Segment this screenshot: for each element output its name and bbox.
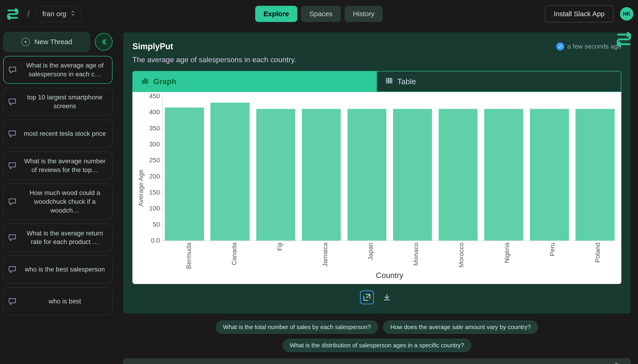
thread-label: most recent tesla stock price: [22, 129, 108, 138]
thread-item[interactable]: most recent tesla stock price: [3, 120, 113, 148]
thread-item[interactable]: What is the average age of salespersons …: [3, 56, 113, 84]
thread-label: top 10 largest smartphone screens: [22, 93, 108, 110]
chart-xlabel: Country: [163, 271, 617, 280]
chat-icon: [8, 297, 17, 306]
svg-rect-3: [386, 78, 392, 83]
chart-ytick: 100: [143, 205, 160, 212]
chart-bar: [484, 109, 523, 240]
chat-icon: [8, 97, 17, 106]
org-label: fran org: [42, 10, 66, 18]
thread-label: who is the best salesperson: [22, 265, 108, 274]
chart-bar: [575, 109, 614, 240]
nav-spaces[interactable]: Spaces: [301, 6, 341, 22]
chart-ytick: 300: [143, 140, 160, 148]
chat-icon: [8, 233, 17, 242]
thread-item[interactable]: who is best: [3, 288, 113, 315]
thread-label: What is the average age of salespersons …: [22, 61, 108, 79]
thread-item[interactable]: top 10 largest smartphone screens: [3, 88, 113, 116]
chat-icon: [8, 197, 17, 206]
download-button[interactable]: [380, 290, 394, 304]
chart-xtick: Peru: [550, 229, 557, 242]
new-thread-label: New Thread: [35, 38, 72, 46]
tab-table[interactable]: Table: [377, 72, 621, 92]
chart-bar: [439, 109, 478, 240]
suggestion-chip[interactable]: What is the total number of sales by eac…: [216, 320, 378, 334]
thread-label: What is the average return rate for each…: [22, 229, 108, 246]
chart-xtick: Morocco: [459, 218, 466, 242]
chart-ytick: 350: [143, 125, 160, 132]
send-icon[interactable]: [615, 362, 623, 364]
thread-item[interactable]: How much wood could a woodchuck chuck if…: [3, 184, 113, 220]
org-selector[interactable]: fran org: [36, 6, 81, 22]
install-slack-button[interactable]: Install Slack App: [545, 5, 613, 22]
result-title: SimplyPut: [132, 42, 173, 51]
result-description: The average age of salespersons in each …: [132, 56, 621, 64]
chart-bar: [393, 109, 432, 240]
chart-xtick: Canada: [232, 220, 239, 242]
new-thread-button[interactable]: + New Thread: [3, 32, 90, 52]
table-icon: [386, 77, 393, 86]
tab-table-label: Table: [397, 77, 416, 86]
chart-xtick: Bermuda: [187, 216, 194, 242]
chart-xtick: Japan: [368, 225, 376, 242]
sidebar-collapse-button[interactable]: [95, 33, 113, 51]
result-timestamp: a few seconds ago: [567, 43, 621, 50]
chart-bar: [165, 108, 204, 240]
refresh-icon[interactable]: [616, 31, 632, 48]
chart-ytick: 50: [143, 221, 160, 228]
avatar[interactable]: HK: [620, 7, 633, 20]
verified-icon: ✓: [556, 42, 564, 50]
chart-xtick: Jamaica: [323, 218, 330, 242]
chevron-updown-icon: [71, 10, 75, 17]
chart-bar: [256, 109, 295, 240]
chart-bar: [210, 103, 249, 240]
chart-ytick: 400: [143, 108, 160, 116]
tab-graph[interactable]: Graph: [133, 72, 377, 92]
svg-rect-0: [142, 80, 144, 83]
chat-icon: [8, 129, 17, 138]
chart-ytick: 200: [143, 173, 160, 180]
chart-bar: [302, 109, 341, 240]
open-external-button[interactable]: [360, 290, 374, 304]
thread-label: How much wood could a woodchuck chuck if…: [22, 188, 108, 214]
svg-rect-1: [144, 79, 146, 83]
nav-explore[interactable]: Explore: [255, 6, 297, 22]
tab-graph-label: Graph: [153, 77, 176, 86]
path-separator: /: [27, 9, 30, 19]
chart-ytick: 150: [143, 189, 160, 196]
chart-xtick: Poland: [595, 222, 603, 242]
chat-icon: [8, 265, 17, 274]
chart-container: Average Age 0.05010015020025030035040045…: [132, 92, 621, 284]
bar-chart-icon: [142, 77, 149, 86]
chart-xtick: Nigeria: [505, 222, 512, 242]
thread-label: What is the average number of reviews fo…: [22, 157, 108, 174]
chart-bar: [530, 109, 569, 240]
suggestion-chip[interactable]: How does the average sale amount vary by…: [383, 320, 538, 334]
compose-input[interactable]: [130, 362, 615, 364]
nav-history[interactable]: History: [345, 6, 383, 22]
thread-label: who is best: [22, 297, 108, 306]
chart-bar: [348, 109, 386, 240]
chat-icon: [8, 65, 17, 74]
chart-xtick: Fiji: [277, 234, 285, 242]
chat-icon: [8, 161, 17, 170]
suggestion-chip[interactable]: What is the distribution of salesperson …: [283, 339, 471, 352]
thread-item[interactable]: What is the average return rate for each…: [3, 224, 113, 252]
svg-rect-2: [147, 80, 148, 83]
thread-item[interactable]: who is the best salesperson: [3, 256, 113, 283]
chart-xtick: Monaco: [414, 220, 421, 242]
plus-icon: +: [22, 38, 30, 46]
thread-item[interactable]: What is the average number of reviews fo…: [3, 152, 113, 180]
app-logo[interactable]: [5, 6, 21, 22]
chart-ytick: 0.0: [143, 237, 160, 244]
chart-ytick: 250: [143, 156, 160, 164]
chart-ytick: 450: [143, 92, 160, 100]
